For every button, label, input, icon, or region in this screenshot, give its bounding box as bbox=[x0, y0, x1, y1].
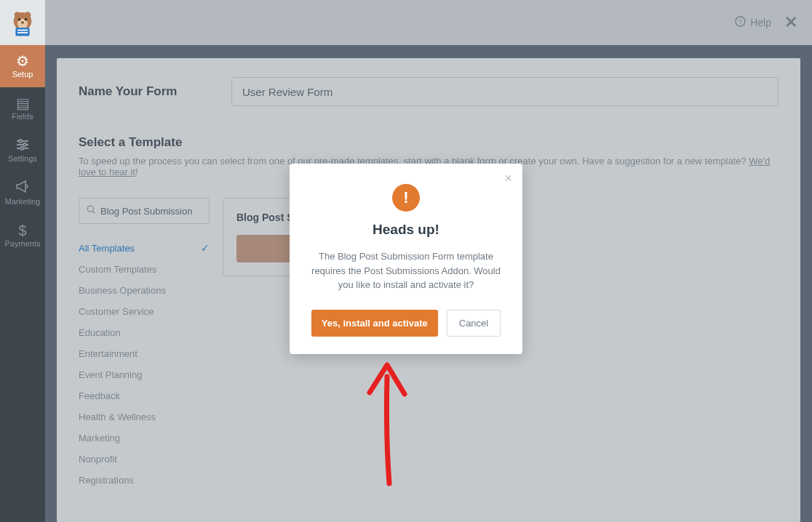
template-heading: Select a Template bbox=[79, 135, 779, 150]
category-label: Feedback bbox=[79, 390, 120, 401]
category-item[interactable]: Health & Wellness bbox=[79, 406, 210, 427]
help-icon: ? bbox=[735, 16, 746, 29]
category-item[interactable]: Registrations bbox=[79, 470, 210, 491]
svg-point-1 bbox=[15, 12, 21, 18]
nav-label: Payments bbox=[5, 239, 41, 248]
category-label: Entertainment bbox=[79, 348, 138, 359]
svg-point-2 bbox=[25, 12, 31, 18]
svg-point-5 bbox=[25, 18, 28, 21]
svg-point-11 bbox=[19, 140, 22, 142]
sliders-icon bbox=[15, 138, 30, 153]
install-addon-modal: × ! Heads up! The Blog Post Submission F… bbox=[290, 164, 522, 354]
category-label: Customer Service bbox=[79, 306, 154, 317]
form-name-input[interactable] bbox=[231, 77, 779, 106]
category-item[interactable]: Nonprofit bbox=[79, 449, 210, 470]
category-label: Registrations bbox=[79, 475, 134, 486]
megaphone-icon bbox=[15, 180, 30, 196]
confirm-install-button[interactable]: Yes, install and activate bbox=[311, 310, 438, 337]
category-item[interactable]: Entertainment bbox=[79, 343, 210, 364]
warning-icon: ! bbox=[392, 184, 420, 212]
gear-icon: ⚙ bbox=[16, 54, 29, 68]
list-icon: ▤ bbox=[16, 96, 30, 111]
category-item[interactable]: Customer Service bbox=[79, 301, 210, 322]
category-item[interactable]: Education bbox=[79, 322, 210, 343]
check-icon: ✓ bbox=[201, 242, 210, 254]
help-label: Help bbox=[750, 17, 771, 28]
template-search-input[interactable] bbox=[100, 206, 202, 217]
modal-close-icon[interactable]: × bbox=[504, 171, 512, 186]
svg-rect-8 bbox=[17, 30, 28, 31]
category-item[interactable]: Event Planning bbox=[79, 364, 210, 385]
app-logo bbox=[0, 0, 45, 45]
category-item[interactable]: All Templates✓ bbox=[79, 237, 210, 259]
category-label: Marketing bbox=[79, 433, 120, 443]
close-icon[interactable]: ✕ bbox=[784, 13, 797, 32]
help-link[interactable]: ? Help bbox=[735, 16, 771, 29]
dollar-icon: $ bbox=[18, 223, 26, 238]
form-name-label: Name Your Form bbox=[79, 84, 202, 99]
nav-label: Marketing bbox=[5, 197, 40, 206]
svg-text:?: ? bbox=[739, 18, 742, 25]
svg-line-19 bbox=[93, 212, 95, 214]
svg-point-15 bbox=[20, 147, 23, 150]
category-item[interactable]: Business Operations bbox=[79, 280, 210, 301]
nav-marketing[interactable]: Marketing bbox=[0, 172, 45, 214]
modal-title: Heads up! bbox=[307, 222, 505, 238]
category-item[interactable]: Marketing bbox=[79, 427, 210, 449]
category-label: Health & Wellness bbox=[79, 411, 156, 422]
svg-rect-9 bbox=[17, 32, 28, 33]
nav-payments[interactable]: $ Payments bbox=[0, 214, 45, 257]
search-icon bbox=[87, 205, 96, 217]
svg-point-18 bbox=[87, 206, 93, 212]
nav-fields[interactable]: ▤ Fields bbox=[0, 87, 45, 129]
cancel-button[interactable]: Cancel bbox=[447, 310, 501, 337]
nav-label: Setup bbox=[12, 70, 33, 79]
nav-label: Fields bbox=[12, 112, 33, 121]
modal-text: The Blog Post Submission Form template r… bbox=[307, 249, 505, 292]
svg-point-13 bbox=[23, 143, 26, 146]
template-search[interactable] bbox=[79, 198, 210, 224]
category-label: Education bbox=[79, 327, 121, 338]
nav-label: Settings bbox=[8, 154, 37, 163]
nav-settings[interactable]: Settings bbox=[0, 129, 45, 172]
category-label: Business Operations bbox=[79, 285, 166, 296]
category-label: Nonprofit bbox=[79, 454, 117, 465]
nav-setup[interactable]: ⚙ Setup bbox=[0, 45, 45, 87]
svg-rect-7 bbox=[15, 28, 29, 36]
category-item[interactable]: Feedback bbox=[79, 385, 210, 406]
svg-point-6 bbox=[21, 21, 24, 24]
category-label: Custom Templates bbox=[79, 264, 156, 275]
category-label: Event Planning bbox=[79, 369, 142, 380]
category-label: All Templates bbox=[79, 243, 135, 254]
category-item[interactable]: Custom Templates bbox=[79, 259, 210, 280]
svg-point-4 bbox=[18, 18, 21, 21]
